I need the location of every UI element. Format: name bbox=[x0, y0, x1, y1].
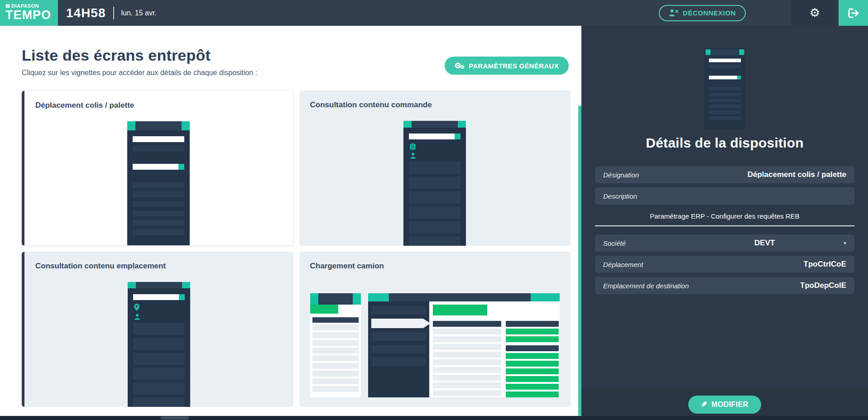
gears-icon: ⚙⚙ bbox=[455, 62, 465, 70]
mock-table-header bbox=[506, 321, 559, 327]
mock-corner-right bbox=[353, 293, 361, 305]
mock-header-bar bbox=[412, 121, 458, 128]
mock-panel-body bbox=[368, 301, 560, 397]
mock-row bbox=[709, 64, 741, 68]
mock-row bbox=[709, 105, 741, 108]
mock-table-row bbox=[433, 390, 502, 396]
mock-input-scan bbox=[409, 134, 460, 139]
erp-section-note: Paramétrage ERP - Configurer des requête… bbox=[595, 209, 854, 226]
card-consultation-contenu-commande[interactable]: Consultation contenu commande bbox=[299, 91, 571, 246]
mock-row bbox=[409, 162, 460, 174]
mock-icons bbox=[134, 304, 185, 320]
mock-row bbox=[709, 93, 741, 96]
mock-green-chip bbox=[433, 305, 487, 315]
mock-table-row-green bbox=[506, 376, 559, 382]
settings-gear-button[interactable]: ⚙ bbox=[791, 0, 839, 26]
general-settings-label: PARAMÈTRES GÉNÉRAUX bbox=[469, 62, 559, 70]
layout-card-grid: Déplacement colis / palette bbox=[22, 91, 571, 407]
mock-nav-column bbox=[368, 301, 429, 397]
user-x-icon bbox=[669, 9, 679, 17]
mock-row bbox=[133, 338, 185, 350]
mock-header-bar bbox=[389, 293, 531, 301]
mock-table-row-green bbox=[506, 329, 559, 334]
mock-table-row-green bbox=[506, 361, 559, 367]
mock-table-row bbox=[312, 378, 359, 384]
mock-row bbox=[133, 368, 185, 380]
mock-header bbox=[705, 49, 744, 55]
mock-table-row bbox=[312, 386, 359, 392]
mock-corner-left bbox=[403, 121, 412, 128]
mock-header-bar bbox=[135, 121, 182, 130]
mock-body bbox=[403, 128, 466, 246]
mock-corner-right bbox=[739, 49, 744, 55]
card-title: Chargement camion bbox=[310, 262, 560, 271]
mock-row bbox=[133, 397, 185, 407]
chevron-down-icon: ▾ bbox=[844, 240, 846, 246]
content-vertical-scrollbar[interactable] bbox=[578, 105, 581, 416]
sidebar-footer: ✎ MODIFIER bbox=[581, 389, 868, 420]
phone-mockup-form-mini bbox=[705, 49, 744, 129]
mock-row bbox=[709, 99, 741, 102]
logo-product-text: TEMPO bbox=[5, 9, 58, 21]
field-societe-dropdown[interactable]: Société DEVT ▾ bbox=[595, 234, 854, 252]
main-content: Liste des écrans entrepôt Cliquez sur le… bbox=[0, 26, 581, 420]
field-emplacement-destination: Emplacement de destination TpoDepColE bbox=[595, 277, 854, 294]
mock-header bbox=[128, 282, 190, 288]
mock-row bbox=[133, 191, 184, 197]
field-designation: Désignation Déplacement colis / palette bbox=[595, 166, 854, 183]
card-chargement-camion[interactable]: Chargement camion bbox=[299, 252, 571, 407]
clock-time: 14H58 bbox=[66, 6, 106, 20]
logout-button-label: DÉCONNEXION bbox=[683, 9, 736, 17]
person-icon bbox=[134, 314, 140, 320]
card-deplacement-colis-palette[interactable]: Déplacement colis / palette bbox=[22, 91, 293, 246]
mock-table-row bbox=[312, 348, 359, 353]
mock-body bbox=[128, 288, 190, 407]
app-root: ▤ DIAPASON TEMPO 14H58 lun. 15 avr. DÉCO… bbox=[0, 0, 868, 420]
mock-table-row-green bbox=[506, 391, 559, 397]
general-settings-button[interactable]: ⚙⚙ PARAMÈTRES GÉNÉRAUX bbox=[445, 57, 569, 75]
modify-button[interactable]: ✎ MODIFIER bbox=[688, 396, 761, 414]
mock-input-scan bbox=[133, 164, 184, 170]
card-title: Consultation contenu emplacement bbox=[35, 262, 283, 271]
mock-body bbox=[127, 130, 190, 246]
card-title: Consultation contenu commande bbox=[310, 100, 560, 110]
mock-table-row bbox=[312, 332, 359, 338]
mock-table-subheader bbox=[506, 345, 559, 351]
field-value: TpoCtrlCoE bbox=[804, 260, 846, 269]
mock-table-right bbox=[506, 321, 559, 397]
mock-header bbox=[368, 293, 560, 301]
mock-nav-item-active-arrow bbox=[371, 319, 431, 328]
mock-header-bar bbox=[318, 293, 353, 305]
mock-corner-right bbox=[182, 121, 190, 130]
page-title: Liste des écrans entrepôt bbox=[22, 47, 257, 64]
mock-table-row bbox=[433, 344, 502, 350]
logout-button[interactable]: DÉCONNEXION bbox=[659, 5, 746, 21]
phone-mockup-order-list bbox=[403, 121, 466, 246]
mock-table-row bbox=[312, 325, 359, 330]
mock-header-bar bbox=[136, 282, 182, 288]
clock-date: lun. 15 avr. bbox=[121, 9, 157, 17]
mock-input-scan bbox=[133, 294, 185, 300]
mock-input bbox=[133, 136, 184, 142]
mock-header-accent-right bbox=[531, 293, 560, 301]
exit-icon bbox=[848, 8, 859, 19]
mock-row bbox=[133, 353, 185, 365]
field-description: Description bbox=[595, 187, 854, 205]
mock-table bbox=[310, 314, 361, 392]
app-logo[interactable]: ▤ DIAPASON TEMPO bbox=[0, 0, 58, 26]
mock-body bbox=[705, 55, 744, 128]
page-subtitle: Cliquez sur les vignettes pour accéder a… bbox=[22, 69, 257, 77]
mock-table-row-green bbox=[506, 384, 559, 390]
mock-table-row bbox=[312, 355, 359, 361]
mock-table-row-green bbox=[506, 368, 559, 374]
exit-app-button[interactable] bbox=[839, 0, 868, 26]
mock-table-left bbox=[433, 321, 502, 397]
mock-row bbox=[709, 110, 741, 114]
mock-table-row bbox=[312, 371, 359, 377]
horizontal-scrollbar-thumb[interactable] bbox=[161, 416, 189, 420]
mock-table-row bbox=[433, 367, 502, 373]
field-label: Désignation bbox=[603, 171, 639, 179]
mock-table-row-green bbox=[506, 336, 559, 342]
card-consultation-contenu-emplacement[interactable]: Consultation contenu emplacement bbox=[22, 252, 293, 407]
horizontal-scrollbar[interactable] bbox=[0, 416, 868, 420]
